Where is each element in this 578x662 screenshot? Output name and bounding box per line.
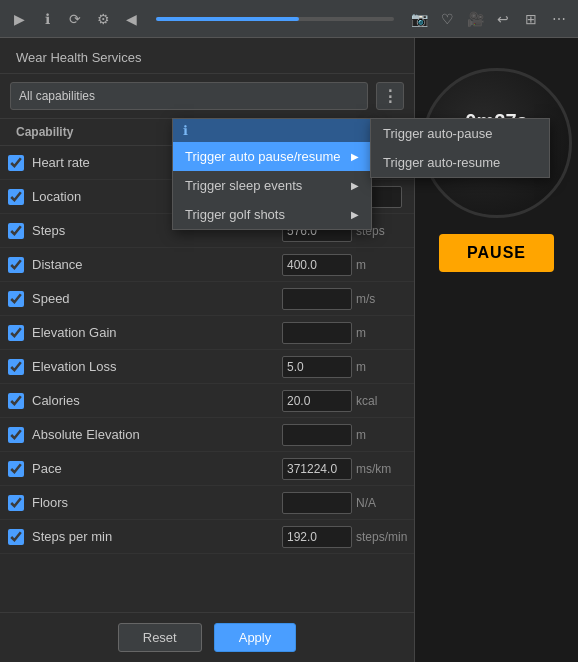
- submenu-arrow-2: ▶: [351, 180, 359, 191]
- capability-name: Elevation Loss: [32, 359, 282, 374]
- toolbar: ▶ ℹ ⟳ ⚙ ◀ 📷 ♡ 🎥 ↩ ⊞ ⋯: [0, 0, 578, 38]
- capability-checkbox[interactable]: [8, 393, 24, 409]
- more-icon[interactable]: ⋯: [548, 8, 570, 30]
- info-bar: [173, 119, 371, 142]
- capability-checkbox[interactable]: [8, 427, 24, 443]
- capability-unit: kcal: [356, 394, 406, 408]
- apply-button[interactable]: Apply: [214, 623, 297, 652]
- capability-value-input[interactable]: [282, 424, 352, 446]
- screenshot-icon[interactable]: 📷: [408, 8, 430, 30]
- capability-unit: N/A: [356, 496, 406, 510]
- capability-checkbox[interactable]: [8, 325, 24, 341]
- table-row: Pacems/km: [0, 452, 414, 486]
- bottom-buttons: Reset Apply: [0, 612, 414, 662]
- table-row: Steps per minsteps/min: [0, 520, 414, 554]
- table-row: Absolute Elevationm: [0, 418, 414, 452]
- capability-checkbox[interactable]: [8, 155, 24, 171]
- settings-icon[interactable]: ⚙: [92, 8, 114, 30]
- capability-name: Floors: [32, 495, 282, 510]
- capability-checkbox[interactable]: [8, 189, 24, 205]
- submenu-item-trigger-auto-pause[interactable]: Trigger auto-pause: [371, 119, 549, 148]
- capability-name: Absolute Elevation: [32, 427, 282, 442]
- filter-row: All capabilities ⋮ Trigger auto pause/re…: [0, 74, 414, 119]
- run-icon[interactable]: ▶: [8, 8, 30, 30]
- capability-checkbox[interactable]: [8, 495, 24, 511]
- menu-item-trigger-golf-shots[interactable]: Trigger golf shots ▶: [173, 200, 371, 229]
- capability-unit: m: [356, 360, 406, 374]
- submenu-arrow-3: ▶: [351, 209, 359, 220]
- info-icon[interactable]: ℹ: [36, 8, 58, 30]
- left-panel: Wear Health Services All capabilities ⋮ …: [0, 38, 415, 662]
- capability-value-input[interactable]: [282, 390, 352, 412]
- capability-value-input[interactable]: [282, 492, 352, 514]
- grid-icon[interactable]: ⊞: [520, 8, 542, 30]
- progress-fill: [156, 17, 299, 21]
- sync-icon[interactable]: ⟳: [64, 8, 86, 30]
- menu-item-trigger-auto-pause-resume[interactable]: Trigger auto pause/resume ▶: [173, 142, 371, 171]
- table-row: Distancem: [0, 248, 414, 282]
- menu-button[interactable]: ⋮: [376, 82, 404, 110]
- capability-unit: m: [356, 258, 406, 272]
- capability-name: Distance: [32, 257, 282, 272]
- capability-value-input[interactable]: [282, 254, 352, 276]
- submenu: Trigger auto-pause Trigger auto-resume: [370, 118, 550, 178]
- table-row: Elevation Lossm: [0, 350, 414, 384]
- undo-icon[interactable]: ↩: [492, 8, 514, 30]
- table-row: Elevation Gainm: [0, 316, 414, 350]
- capability-unit: ms/km: [356, 462, 406, 476]
- capability-value-input[interactable]: [282, 322, 352, 344]
- submenu-arrow: ▶: [351, 151, 359, 162]
- capability-unit: m/s: [356, 292, 406, 306]
- capability-name: Calories: [32, 393, 282, 408]
- heart-icon[interactable]: ♡: [436, 8, 458, 30]
- panel-title: Wear Health Services: [0, 38, 414, 74]
- table-row: Speedm/s: [0, 282, 414, 316]
- dropdown-menu: Trigger auto pause/resume ▶ Trigger slee…: [172, 118, 372, 230]
- capability-name: Elevation Gain: [32, 325, 282, 340]
- capability-checkbox[interactable]: [8, 529, 24, 545]
- back-icon[interactable]: ◀: [120, 8, 142, 30]
- camera-icon[interactable]: 🎥: [464, 8, 486, 30]
- capability-unit: m: [356, 428, 406, 442]
- capability-checkbox[interactable]: [8, 359, 24, 375]
- capabilities-select[interactable]: All capabilities: [10, 82, 368, 110]
- progress-bar: [156, 17, 394, 21]
- capability-name: Speed: [32, 291, 282, 306]
- capability-value-input[interactable]: [282, 356, 352, 378]
- capability-checkbox[interactable]: [8, 223, 24, 239]
- table-row: FloorsN/A: [0, 486, 414, 520]
- menu-item-trigger-sleep-events[interactable]: Trigger sleep events ▶: [173, 171, 371, 200]
- capability-checkbox[interactable]: [8, 257, 24, 273]
- capability-checkbox[interactable]: [8, 291, 24, 307]
- capability-checkbox[interactable]: [8, 461, 24, 477]
- reset-button[interactable]: Reset: [118, 623, 202, 652]
- submenu-item-trigger-auto-resume[interactable]: Trigger auto-resume: [371, 148, 549, 177]
- capability-value-input[interactable]: [282, 288, 352, 310]
- table-row: Calorieskcal: [0, 384, 414, 418]
- pause-button[interactable]: PAUSE: [439, 234, 554, 272]
- capability-value-input[interactable]: [282, 526, 352, 548]
- main-container: Wear Health Services All capabilities ⋮ …: [0, 38, 578, 662]
- capability-unit: m: [356, 326, 406, 340]
- capability-name: Steps per min: [32, 529, 282, 544]
- capability-unit: steps/min: [356, 530, 406, 544]
- capability-name: Pace: [32, 461, 282, 476]
- capability-value-input[interactable]: [282, 458, 352, 480]
